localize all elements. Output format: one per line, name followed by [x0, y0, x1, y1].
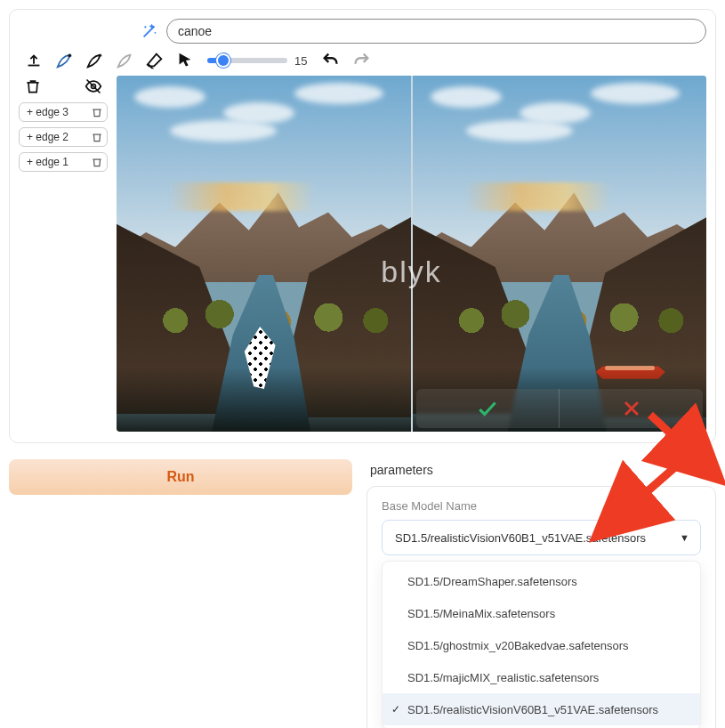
- trash-icon[interactable]: [24, 77, 42, 95]
- layer-item[interactable]: + edge 2: [19, 127, 108, 147]
- canvas-result-pane: [413, 76, 707, 432]
- canvas-area[interactable]: blyk: [117, 76, 706, 432]
- accept-button[interactable]: [416, 389, 560, 428]
- run-button[interactable]: Run: [9, 459, 352, 495]
- feather-rgb-icon: [115, 51, 134, 70]
- bottom-row: Run parameters ▼ Base Model Name SD1.5/r…: [9, 459, 716, 728]
- layer-label: + edge 2: [27, 131, 68, 143]
- base-model-dropdown: SD1.5/DreamShaper.safetensors SD1.5/Mein…: [382, 561, 701, 728]
- base-model-value: SD1.5/realisticVisionV60B1_v51VAE.safete…: [395, 531, 646, 545]
- feather-plus-icon[interactable]: [54, 51, 74, 70]
- base-model-label: Base Model Name: [382, 499, 701, 513]
- pointer-icon[interactable]: [175, 51, 195, 70]
- magic-wand-icon[interactable]: [140, 21, 159, 41]
- prompt-row: [19, 19, 706, 44]
- caret-down-icon: ▼: [700, 464, 711, 476]
- eraser-icon[interactable]: [145, 51, 165, 70]
- caret-down-icon: ▼: [680, 532, 689, 543]
- parameters-panel: parameters ▼ Base Model Name SD1.5/reali…: [367, 459, 716, 728]
- reject-button[interactable]: [560, 389, 703, 428]
- layer-label: + edge 1: [27, 156, 68, 168]
- editor-panel: 15 + edge 3: [9, 9, 716, 443]
- base-model-select[interactable]: SD1.5/realisticVisionV60B1_v51VAE.safete…: [382, 520, 701, 555]
- parameters-body: Base Model Name SD1.5/realisticVisionV60…: [367, 486, 716, 728]
- toolbar: 15: [19, 49, 706, 76]
- layer-item[interactable]: + edge 3: [19, 102, 108, 122]
- prompt-input[interactable]: [166, 19, 706, 44]
- brush-size-value: 15: [294, 54, 310, 68]
- base-model-option[interactable]: SD1.5/majicMIX_realistic.safetensors: [383, 661, 700, 693]
- svg-point-0: [144, 26, 146, 28]
- visibility-off-icon[interactable]: [85, 77, 102, 95]
- trash-icon[interactable]: [91, 131, 103, 143]
- base-model-option[interactable]: SD1.5/ghostmix_v20Bakedvae.safetensors: [383, 629, 700, 661]
- parameters-toggle[interactable]: parameters ▼: [367, 459, 716, 486]
- layers-column: + edge 3 + edge 2 + edge 1: [19, 76, 108, 432]
- feather-minus-icon[interactable]: [85, 51, 104, 70]
- layer-label: + edge 3: [27, 106, 68, 118]
- trash-icon[interactable]: [91, 156, 103, 168]
- result-action-bar: [416, 389, 704, 428]
- svg-point-1: [155, 32, 157, 34]
- upload-icon[interactable]: [24, 51, 44, 70]
- brush-size-range[interactable]: [207, 58, 287, 63]
- layer-item[interactable]: + edge 1: [19, 152, 108, 172]
- layer-tools: [19, 77, 108, 97]
- parameters-title: parameters: [370, 463, 433, 477]
- base-model-option[interactable]: SD1.5/realisticVisionV60B1_v51VAE.safete…: [383, 693, 700, 725]
- trash-icon[interactable]: [91, 106, 103, 118]
- base-model-option[interactable]: SD1.5/DreamShaper.safetensors: [383, 565, 700, 597]
- work-row: + edge 3 + edge 2 + edge 1: [19, 76, 706, 432]
- generated-canoe: [596, 362, 665, 382]
- base-model-option[interactable]: SD1.5/MeinaMix.safetensors: [383, 597, 700, 629]
- brush-size-slider[interactable]: 15: [205, 54, 310, 68]
- canvas-input-pane[interactable]: [117, 76, 413, 432]
- redo-icon: [351, 51, 371, 70]
- undo-icon[interactable]: [321, 51, 341, 70]
